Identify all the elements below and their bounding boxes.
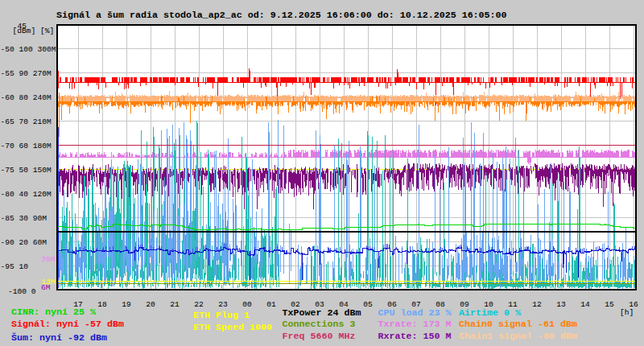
svg-text:CPU load 23 %: CPU load 23 % <box>378 307 452 319</box>
svg-text:[h]: [h] <box>620 308 634 317</box>
svg-text:13: 13 <box>556 300 566 309</box>
svg-text:Txrate: 173 M: Txrate: 173 M <box>378 319 452 330</box>
svg-text:12: 12 <box>532 300 542 309</box>
svg-text:TxPower 24 dBm: TxPower 24 dBm <box>283 307 361 319</box>
svg-text:ETH Speed 1000: ETH Speed 1000 <box>193 322 272 333</box>
svg-text:00: 00 <box>242 300 252 309</box>
svg-text:-55 90 270M: -55 90 270M <box>1 69 52 78</box>
svg-text:-100 0: -100 0 <box>8 287 36 296</box>
svg-text:-95 10: -95 10 <box>1 262 29 271</box>
svg-text:01: 01 <box>266 300 276 309</box>
svg-text:18: 18 <box>97 300 107 309</box>
svg-text:-70 60 180M: -70 60 180M <box>1 142 52 150</box>
svg-text:[dBm] [%]: [dBm] [%] <box>13 27 55 35</box>
svg-text:Chain0 signal -61 dBm: Chain0 signal -61 dBm <box>459 319 577 330</box>
svg-text:-65 70 210M: -65 70 210M <box>1 117 52 126</box>
svg-text:Freq 5660 MHz: Freq 5660 MHz <box>283 331 356 342</box>
svg-text:15: 15 <box>605 300 614 309</box>
svg-text:-80 40 120M: -80 40 120M <box>1 190 52 199</box>
svg-text:19: 19 <box>122 300 131 309</box>
svg-text:21: 21 <box>170 300 180 309</box>
svg-text:6M: 6M <box>41 283 51 292</box>
svg-text:Šum: nyní -92 dBm: Šum: nyní -92 dBm <box>11 332 107 344</box>
svg-text:39M: 39M <box>41 255 55 264</box>
svg-text:-90 20 60M: -90 20 60M <box>1 238 47 247</box>
svg-text:Chain1 signal -60 dBm: Chain1 signal -60 dBm <box>459 331 577 342</box>
svg-text:Connections 3: Connections 3 <box>283 319 356 330</box>
svg-text:ETH Plug 1: ETH Plug 1 <box>193 310 250 321</box>
svg-text:Signál a šum radia stodola_ap2: Signál a šum radia stodola_ap2_ac od: 9.… <box>56 10 507 21</box>
svg-text:-75 50 150M: -75 50 150M <box>1 166 52 175</box>
svg-text:05: 05 <box>363 300 373 309</box>
svg-text:-60 80 240M: -60 80 240M <box>1 93 52 102</box>
svg-text:Signál: nyní -57 dBm: Signál: nyní -57 dBm <box>11 319 124 330</box>
svg-text:Airtime 0 %: Airtime 0 % <box>459 307 521 319</box>
svg-text:CINR: nyní 25 %: CINR: nyní 25 % <box>11 307 96 318</box>
svg-text:14: 14 <box>580 300 590 309</box>
svg-text:20: 20 <box>146 300 155 309</box>
svg-text:22: 22 <box>194 300 204 309</box>
svg-text:-85 30 90M: -85 30 90M <box>1 214 47 223</box>
svg-text:-50 100 300M: -50 100 300M <box>1 45 56 54</box>
svg-text:23: 23 <box>218 300 228 309</box>
svg-text:Rxrate: 150 M: Rxrate: 150 M <box>378 331 452 342</box>
